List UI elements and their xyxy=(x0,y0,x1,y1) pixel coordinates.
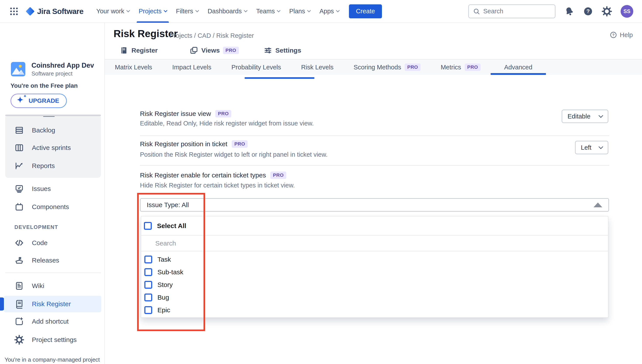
chevron-down-icon xyxy=(598,113,603,118)
nav-menu-item[interactable]: Projects xyxy=(134,0,171,23)
nav-menu-item[interactable]: Teams xyxy=(252,0,285,23)
notifications-bell-icon[interactable] xyxy=(564,6,574,16)
sliders-icon xyxy=(264,46,272,55)
sidebar-item-issues[interactable]: Issues xyxy=(0,180,104,198)
project-block: Coinshred App Dev Software project xyxy=(11,61,94,77)
nav-menu-item[interactable]: Your work xyxy=(92,0,134,23)
sidebar: Coinshred App Dev Software project You'r… xyxy=(0,23,105,364)
active-tab-underline xyxy=(245,77,314,79)
collapse-triangle-icon xyxy=(593,202,602,207)
subtab-item[interactable]: Impact Levels xyxy=(162,60,221,75)
sidebar-item-releases[interactable]: Releases xyxy=(0,252,104,269)
gear-icon xyxy=(15,335,24,344)
checkbox[interactable] xyxy=(144,222,152,230)
tab-register[interactable]: Register xyxy=(120,46,158,55)
chevron-down-icon xyxy=(126,8,130,12)
help-link[interactable]: ? Help xyxy=(610,31,633,39)
nav-menu-item[interactable]: Plans xyxy=(285,0,315,23)
pro-badge: PRO xyxy=(215,110,231,118)
document-icon xyxy=(15,281,24,291)
pro-badge: PRO xyxy=(223,47,239,54)
user-avatar[interactable]: SS xyxy=(620,5,633,18)
issue-type-dropdown: Select All Task Sub-task Story xyxy=(141,216,608,318)
position-select[interactable]: Left xyxy=(575,141,608,154)
board-icon xyxy=(15,143,24,152)
checkbox[interactable] xyxy=(144,268,152,276)
chevron-down-icon xyxy=(307,8,311,12)
project-avatar xyxy=(11,62,25,76)
help-circle-icon[interactable]: ? xyxy=(583,6,593,16)
sidebar-item-components[interactable]: Components xyxy=(0,198,104,216)
subtab-item[interactable]: Matrix Levels xyxy=(105,60,162,75)
subtab-item[interactable]: Risk Levels xyxy=(291,60,343,75)
issue-type-select[interactable]: Issue Type: All xyxy=(140,198,609,212)
checkbox[interactable] xyxy=(144,256,152,264)
issue-type-option[interactable]: Sub-task xyxy=(141,266,608,278)
issue-type-option[interactable]: Bug xyxy=(141,291,608,304)
subtab-item[interactable]: Metrics PRO xyxy=(431,60,491,75)
sidebar-divider xyxy=(5,272,101,273)
tab-views[interactable]: Views PRO xyxy=(190,46,239,55)
tab-settings[interactable]: Settings xyxy=(264,46,301,55)
sidebar-item-code[interactable]: Code xyxy=(0,234,104,252)
pro-badge: PRO xyxy=(465,64,481,71)
breadcrumb[interactable]: Projects / CAD / Risk Register xyxy=(170,32,254,39)
issue-type-option[interactable]: Task xyxy=(141,253,608,266)
scroll-divider xyxy=(5,114,101,116)
chevron-down-icon xyxy=(277,8,281,12)
project-type: Software project xyxy=(32,70,94,77)
upgrade-button[interactable]: UPGRADE xyxy=(11,94,67,108)
chevron-down-icon xyxy=(244,8,248,12)
setting-desc-issue-view: Editable, Read Only, Hide risk register … xyxy=(140,119,314,128)
chevron-down-icon xyxy=(195,8,199,12)
sidebar-item-reports[interactable]: Reports xyxy=(5,157,101,174)
issue-view-select[interactable]: Editable xyxy=(562,110,608,123)
search-input[interactable] xyxy=(483,8,551,15)
jira-logo[interactable]: Jira Software xyxy=(25,6,84,17)
dropdown-search-input[interactable] xyxy=(155,240,427,247)
setting-desc-ticket-types: Hide Risk Register for certain ticket ty… xyxy=(140,181,295,190)
divider xyxy=(140,165,609,166)
dropdown-search-row xyxy=(141,236,608,252)
sidebar-item-add-shortcut[interactable]: Add shortcut xyxy=(0,313,104,330)
settings-gear-icon[interactable] xyxy=(602,6,612,16)
development-section-header: DEVELOPMENT xyxy=(15,224,58,230)
components-icon xyxy=(15,202,24,212)
subtab-item[interactable]: Probability Levels xyxy=(221,60,291,75)
sidebar-item-risk-register[interactable]: Risk Register xyxy=(4,296,101,312)
search-icon xyxy=(473,8,480,15)
pro-badge: PRO xyxy=(232,140,248,148)
select-all-option[interactable]: Select All xyxy=(141,216,608,236)
sidebar-item-active-sprints[interactable]: Active sprints xyxy=(5,139,101,156)
settings-subtabs: Matrix Levels Impact Levels Probability … xyxy=(105,59,642,75)
code-icon xyxy=(15,238,24,248)
plan-text: You're on the Free plan xyxy=(11,82,78,89)
create-button[interactable]: Create xyxy=(349,4,382,18)
issue-type-option[interactable]: Epic xyxy=(141,304,608,316)
global-search[interactable] xyxy=(468,4,555,18)
sparkle-icon xyxy=(17,96,26,106)
pro-badge: PRO xyxy=(405,64,421,71)
sidebar-item-project-settings[interactable]: Project settings xyxy=(0,331,104,348)
subtab-item[interactable]: Advanced xyxy=(491,60,546,75)
checkbox[interactable] xyxy=(144,294,152,301)
checkbox[interactable] xyxy=(144,281,152,289)
nav-menu-item[interactable]: Dashboards xyxy=(203,0,252,23)
sidebar-item-wiki[interactable]: Wiki xyxy=(0,277,104,294)
sidebar-item-backlog[interactable]: Backlog xyxy=(5,122,101,139)
svg-text:?: ? xyxy=(586,8,590,14)
logo-text: Jira Software xyxy=(37,7,84,16)
nav-menu-item[interactable]: Apps xyxy=(315,0,344,23)
page-title: Risk Register xyxy=(114,28,178,40)
checkbox[interactable] xyxy=(144,306,152,314)
setting-label-issue-view: Risk Register issue view PRO xyxy=(140,109,231,118)
backlog-icon xyxy=(15,126,24,135)
subtab-item[interactable]: Scoring Methods PRO xyxy=(343,60,431,75)
register-book-icon xyxy=(120,46,128,55)
main-content: Risk Register Projects / CAD / Risk Regi… xyxy=(105,23,642,364)
ship-icon xyxy=(15,256,24,265)
nav-menu-item[interactable]: Filters xyxy=(171,0,203,23)
issue-type-option[interactable]: Story xyxy=(141,278,608,291)
project-name: Coinshred App Dev xyxy=(32,61,94,70)
app-switcher-icon[interactable] xyxy=(8,5,20,18)
